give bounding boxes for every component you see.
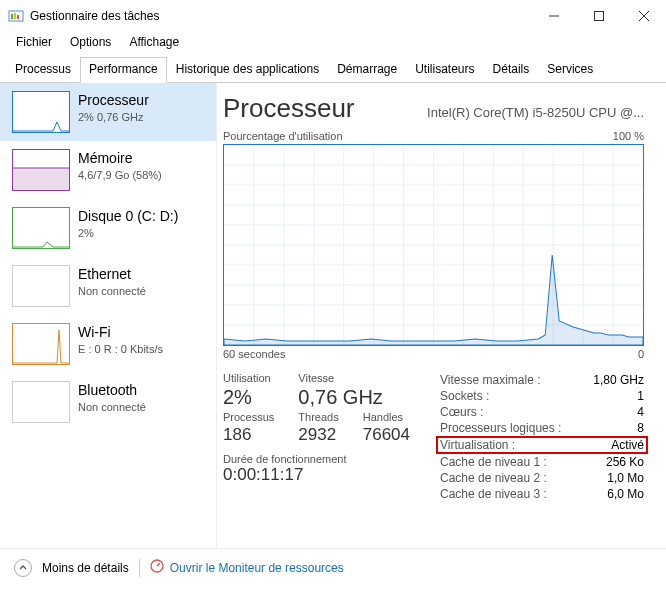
stat-value: 256 Ko (606, 455, 644, 469)
chart-top-right-label: 100 % (613, 130, 644, 142)
tab-utilisateurs[interactable]: Utilisateurs (406, 57, 483, 82)
sidebar-thumb (12, 149, 70, 191)
threads-value: 2932 (298, 425, 338, 445)
close-button[interactable] (621, 0, 666, 31)
open-resource-monitor-link[interactable]: Ouvrir le Moniteur de ressources (150, 559, 344, 576)
sidebar-item-processeur[interactable]: Processeur2% 0,76 GHz (0, 83, 216, 141)
speed-value: 0,76 GHz (298, 386, 410, 409)
stat-value: 1,80 GHz (593, 373, 644, 387)
tab-d-marrage[interactable]: Démarrage (328, 57, 406, 82)
sidebar-item-title: Wi-Fi (78, 323, 163, 342)
stat-key: Cache de niveau 1 : (440, 455, 547, 469)
stat-row: Vitesse maximale :1,80 GHz (440, 372, 644, 388)
footer: Moins de détails Ouvrir le Moniteur de r… (0, 548, 666, 586)
stat-key: Cœurs : (440, 405, 483, 419)
main-panel: Processeur Intel(R) Core(TM) i5-8250U CP… (217, 83, 666, 548)
chart-bottom-left-label: 60 secondes (223, 348, 285, 360)
sidebar-item-sub: 4,6/7,9 Go (58%) (78, 168, 162, 183)
stat-key: Virtualisation : (440, 438, 515, 452)
maximize-button[interactable] (576, 0, 621, 31)
stat-key: Cache de niveau 3 : (440, 487, 547, 501)
stat-value: 1 (637, 389, 644, 403)
stat-key: Sockets : (440, 389, 489, 403)
svg-rect-3 (17, 15, 19, 19)
sidebar-thumb (12, 91, 70, 133)
cpu-model: Intel(R) Core(TM) i5-8250U CPU @... (427, 105, 644, 120)
uptime-value: 0:00:11:17 (223, 465, 410, 485)
stat-value: 8 (637, 421, 644, 435)
stat-row: Virtualisation :Activé (436, 436, 648, 454)
stat-value: 6,0 Mo (607, 487, 644, 501)
tab-d-tails[interactable]: Détails (484, 57, 539, 82)
svg-rect-2 (14, 13, 16, 19)
sidebar-item-sub: 2% 0,76 GHz (78, 110, 149, 125)
footer-separator (139, 559, 140, 577)
sidebar-item-m-moire[interactable]: Mémoire4,6/7,9 Go (58%) (0, 141, 216, 199)
stats-right: Vitesse maximale :1,80 GHzSockets :1Cœur… (440, 372, 644, 502)
svg-line-33 (157, 563, 160, 566)
app-icon (8, 8, 24, 24)
sidebar-item-ethernet[interactable]: EthernetNon connecté (0, 257, 216, 315)
sidebar-thumb (12, 265, 70, 307)
svg-rect-8 (13, 168, 69, 190)
menu-options[interactable]: Options (62, 33, 119, 51)
resource-monitor-icon (150, 559, 164, 576)
sidebar-item-disque-c-d-[interactable]: Disque 0 (C: D:)2% (0, 199, 216, 257)
sidebar-item-wi-fi[interactable]: Wi-FiE : 0 R : 0 Kbits/s (0, 315, 216, 373)
window-title: Gestionnaire des tâches (30, 9, 159, 23)
sidebar: Processeur2% 0,76 GHzMémoire4,6/7,9 Go (… (0, 83, 217, 548)
tab-bar: ProcessusPerformanceHistorique des appli… (0, 57, 666, 83)
stat-row: Processeurs logiques :8 (440, 420, 644, 436)
tab-historique-des-applications[interactable]: Historique des applications (167, 57, 328, 82)
svg-rect-5 (594, 11, 603, 20)
svg-rect-1 (11, 14, 13, 19)
minimize-button[interactable] (531, 0, 576, 31)
sidebar-thumb (12, 381, 70, 423)
uptime-label: Durée de fonctionnement (223, 453, 410, 465)
chart-top-left-label: Pourcentage d'utilisation (223, 130, 343, 142)
fewer-details-link[interactable]: Moins de détails (42, 561, 129, 575)
cpu-chart (223, 144, 644, 346)
stat-row: Cache de niveau 2 :1,0 Mo (440, 470, 644, 486)
menu-view[interactable]: Affichage (121, 33, 187, 51)
tab-processus[interactable]: Processus (6, 57, 80, 82)
sidebar-item-title: Bluetooth (78, 381, 146, 400)
menu-file[interactable]: Fichier (8, 33, 60, 51)
stat-value: Activé (611, 438, 644, 452)
tab-services[interactable]: Services (538, 57, 602, 82)
sidebar-item-sub: 2% (78, 226, 178, 241)
proc-value: 186 (223, 425, 274, 445)
sidebar-thumb (12, 207, 70, 249)
util-value: 2% (223, 386, 274, 409)
speed-label: Vitesse (298, 372, 338, 384)
proc-label: Processus (223, 411, 274, 423)
stat-row: Cœurs :4 (440, 404, 644, 420)
sidebar-item-title: Ethernet (78, 265, 146, 284)
fewer-details-icon[interactable] (14, 559, 32, 577)
util-label: Utilisation (223, 372, 274, 384)
stat-value: 1,0 Mo (607, 471, 644, 485)
stat-value: 4 (637, 405, 644, 419)
sidebar-item-title: Processeur (78, 91, 149, 110)
sidebar-thumb (12, 323, 70, 365)
threads-label: Threads (298, 411, 338, 423)
stat-row: Sockets :1 (440, 388, 644, 404)
handles-value: 76604 (363, 425, 410, 445)
handles-label: Handles (363, 411, 410, 423)
sidebar-item-sub: E : 0 R : 0 Kbits/s (78, 342, 163, 357)
stat-key: Processeurs logiques : (440, 421, 561, 435)
tab-performance[interactable]: Performance (80, 57, 167, 83)
title-bar: Gestionnaire des tâches (0, 0, 666, 31)
sidebar-item-sub: Non connecté (78, 400, 146, 415)
page-title: Processeur (223, 93, 427, 124)
stat-key: Vitesse maximale : (440, 373, 540, 387)
chart-bottom-right-label: 0 (638, 348, 644, 360)
sidebar-item-title: Disque 0 (C: D:) (78, 207, 178, 226)
sidebar-item-sub: Non connecté (78, 284, 146, 299)
stat-row: Cache de niveau 3 :6,0 Mo (440, 486, 644, 502)
stat-key: Cache de niveau 2 : (440, 471, 547, 485)
sidebar-item-bluetooth[interactable]: BluetoothNon connecté (0, 373, 216, 431)
open-resource-monitor-text: Ouvrir le Moniteur de ressources (170, 561, 344, 575)
stat-row: Cache de niveau 1 :256 Ko (440, 454, 644, 470)
menu-bar: Fichier Options Affichage (0, 31, 666, 53)
